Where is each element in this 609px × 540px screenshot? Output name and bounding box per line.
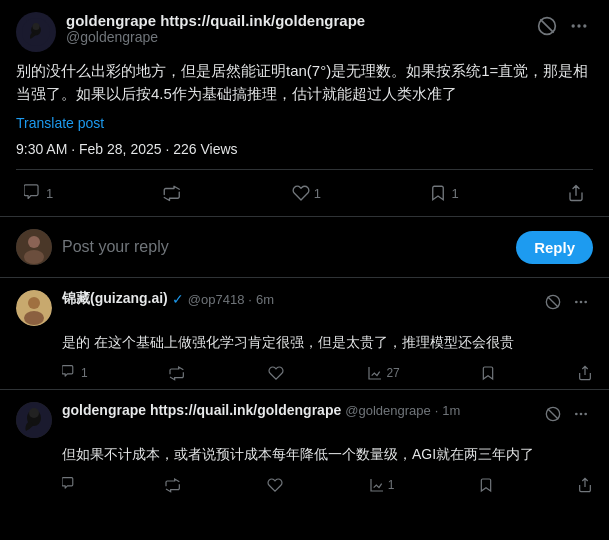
like-count: 1	[314, 186, 321, 201]
page-container: goldengrape https://quail.ink/goldengrap…	[0, 0, 609, 501]
reply-1-retweet[interactable]	[168, 365, 187, 381]
reply-1-user-row: 锦藏(guizang.ai) ✓ @op7418 · 6m	[62, 290, 531, 308]
reply-2-display-name: goldengrape https://quail.ink/goldengrap…	[62, 402, 341, 418]
svg-line-4	[540, 19, 553, 32]
reply-2-bookmark[interactable]	[478, 477, 494, 493]
svg-point-13	[24, 311, 44, 325]
reply-2-content: 但如果不计成本，或者说预计成本每年降低一个数量级，AGI就在两三年内了	[62, 444, 593, 465]
tweet-menu	[533, 12, 593, 40]
svg-point-6	[577, 24, 580, 27]
svg-point-21	[29, 408, 39, 418]
svg-point-24	[575, 413, 578, 416]
mute-button[interactable]	[533, 12, 561, 40]
reply-1-header: 锦藏(guizang.ai) ✓ @op7418 · 6m	[16, 290, 593, 326]
svg-point-7	[583, 24, 586, 27]
retweet-action[interactable]	[154, 178, 192, 208]
svg-line-23	[548, 409, 559, 420]
reply-action[interactable]: 1	[16, 178, 61, 208]
reply-1-avatar[interactable]	[16, 290, 52, 326]
reply-count: 1	[46, 186, 53, 201]
reply-1-views[interactable]: 27	[367, 365, 399, 381]
reply-tweet-1: 锦藏(guizang.ai) ✓ @op7418 · 6m	[0, 278, 609, 390]
reply-1-display-name: 锦藏(guizang.ai)	[62, 290, 168, 308]
reply-button[interactable]: Reply	[516, 231, 593, 264]
tweet-meta: 9:30 AM · Feb 28, 2025 · 226 Views	[16, 141, 593, 157]
reply-1-menu	[541, 290, 593, 314]
reply-2-views[interactable]: 1	[369, 477, 395, 493]
dot-separator-2: ·	[435, 403, 439, 418]
like-action[interactable]: 1	[284, 178, 329, 208]
reply-1-actions: 1 27	[62, 361, 593, 389]
svg-point-25	[580, 413, 583, 416]
more-button[interactable]	[565, 12, 593, 40]
reply-user-avatar	[16, 229, 52, 265]
tweet-time: 9:30 AM · Feb 28, 2025 ·	[16, 141, 173, 157]
reply-2-like[interactable]	[267, 477, 286, 493]
reply-2-user-row: goldengrape https://quail.ink/goldengrap…	[62, 402, 531, 418]
reply-2-views-count: 1	[388, 478, 395, 492]
reply-1-reply-count: 1	[81, 366, 88, 380]
views-label: Views	[200, 141, 237, 157]
bookmark-count: 1	[451, 186, 458, 201]
reply-2-header: goldengrape https://quail.ink/goldengrap…	[16, 402, 593, 438]
svg-point-2	[33, 23, 40, 30]
tweet-content: 别的没什么出彩的地方，但是居然能证明tan(7°)是无理数。如果按系统1=直觉，…	[16, 60, 593, 105]
reply-input[interactable]: Post your reply	[62, 238, 506, 256]
reply-1-content: 是的 在这个基础上做强化学习肯定很强，但是太贵了，推理模型还会很贵	[62, 332, 593, 353]
svg-point-10	[24, 250, 44, 264]
reply-2-menu	[541, 402, 593, 426]
reply-2-reply[interactable]	[62, 477, 81, 493]
reply-2-share[interactable]	[577, 477, 593, 493]
share-action[interactable]	[559, 178, 593, 208]
reply-2-retweet[interactable]	[164, 477, 183, 493]
reply-1-reply[interactable]: 1	[62, 365, 88, 381]
reply-tweet-2: goldengrape https://quail.ink/goldengrap…	[0, 390, 609, 501]
bookmark-action[interactable]: 1	[421, 178, 466, 208]
main-tweet: goldengrape https://quail.ink/goldengrap…	[0, 0, 609, 217]
reply-2-time: 1m	[442, 403, 460, 418]
avatar[interactable]	[16, 12, 56, 52]
username: @goldengrape	[66, 29, 523, 45]
reply-1-bookmark[interactable]	[480, 365, 496, 381]
svg-point-17	[580, 301, 583, 304]
tweet-header: goldengrape https://quail.ink/goldengrap…	[16, 12, 593, 52]
svg-point-18	[584, 301, 587, 304]
reply-2-mute-button[interactable]	[541, 402, 565, 426]
svg-line-15	[548, 297, 559, 308]
tweet-actions: 1 1 1	[16, 169, 593, 216]
translate-link[interactable]: Translate post	[16, 115, 593, 131]
reply-1-share[interactable]	[577, 365, 593, 381]
user-info: goldengrape https://quail.ink/goldengrap…	[66, 12, 523, 45]
reply-2-more-button[interactable]	[569, 402, 593, 426]
reply-box: Post your reply Reply	[0, 217, 609, 278]
reply-2-username: @goldengrape	[345, 403, 430, 418]
reply-1-username: @op7418	[188, 292, 245, 307]
svg-point-12	[28, 297, 40, 309]
reply-1-time: 6m	[256, 292, 274, 307]
reply-2-avatar[interactable]	[16, 402, 52, 438]
reply-1-more-button[interactable]	[569, 290, 593, 314]
reply-1-like[interactable]	[268, 365, 287, 381]
dot-separator: ·	[248, 292, 252, 307]
views-count: 226	[173, 141, 196, 157]
svg-point-9	[28, 236, 40, 248]
reply-1-views-count: 27	[386, 366, 399, 380]
verified-icon: ✓	[172, 291, 184, 307]
svg-point-16	[575, 301, 578, 304]
reply-1-mute-button[interactable]	[541, 290, 565, 314]
svg-point-5	[572, 24, 575, 27]
svg-point-26	[584, 413, 587, 416]
display-name: goldengrape https://quail.ink/goldengrap…	[66, 12, 523, 29]
reply-2-actions: 1	[62, 473, 593, 501]
